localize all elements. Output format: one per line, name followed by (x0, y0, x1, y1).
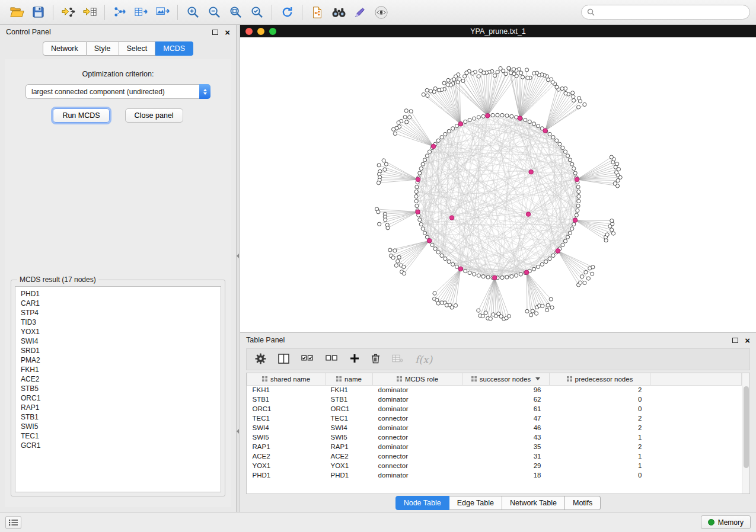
network-canvas[interactable] (240, 37, 756, 332)
table-row[interactable]: PHD1PHD1dominator180 (247, 470, 742, 480)
tab-select[interactable]: Select (119, 41, 156, 56)
run-mcds-button[interactable]: Run MCDS (53, 108, 109, 123)
delete-columns-button[interactable] (371, 353, 380, 366)
mcds-result-item[interactable]: TID3 (21, 318, 221, 327)
mcds-result-item[interactable]: PHD1 (21, 289, 221, 299)
column-header-successor-nodes[interactable]: successor nodes (462, 373, 550, 385)
mcds-result-item[interactable]: TEC1 (21, 431, 221, 441)
mcds-result-item[interactable]: GCR1 (21, 441, 221, 450)
zoom-out-button[interactable] (203, 2, 225, 23)
export-table-button[interactable] (130, 2, 152, 23)
mcds-result-item[interactable]: ACE2 (21, 374, 221, 384)
eye-button[interactable] (371, 2, 392, 23)
export-image-button[interactable] (152, 2, 173, 23)
search-input[interactable] (598, 8, 744, 17)
tab-network[interactable]: Network (43, 41, 87, 56)
tab-style[interactable]: Style (87, 41, 119, 56)
table-scrollbar[interactable] (742, 373, 749, 493)
mcds-result-item[interactable]: ORC1 (21, 393, 221, 403)
zoom-fit-button[interactable] (225, 2, 246, 23)
table-row[interactable]: SWI5SWI5connector431 (247, 432, 742, 442)
table-cell: YOX1 (326, 461, 373, 470)
toggle-columns-button[interactable] (278, 354, 289, 366)
table-row[interactable]: STB1STB1dominator620 (247, 395, 742, 404)
table-cell-filler (650, 432, 742, 442)
function-builder-button[interactable]: f(x) (415, 354, 432, 366)
table-row[interactable]: TEC1TEC1connector472 (247, 414, 742, 423)
zoom-in-button[interactable] (182, 2, 203, 23)
open-file-button[interactable] (6, 2, 27, 23)
search-box[interactable] (581, 5, 750, 20)
panel-menu-button[interactable] (5, 516, 21, 529)
table-row[interactable]: RAP1RAP1dominator352 (247, 442, 742, 451)
table-cell: SWI4 (247, 423, 326, 432)
table-panel: Table Panel × f(x) shared namenameMCDS r… (240, 332, 756, 512)
table-row[interactable]: FKH1FKH1dominator962 (247, 385, 742, 395)
window-minimize-button[interactable] (257, 28, 264, 35)
table-mode-button[interactable] (255, 353, 266, 366)
mcds-result-item[interactable]: CAR1 (21, 299, 221, 308)
table-row[interactable]: ACE2ACE2connector311 (247, 451, 742, 461)
memory-button[interactable]: Memory (701, 515, 751, 529)
column-header-MCDS-role[interactable]: MCDS role (373, 373, 462, 385)
mcds-result-item[interactable]: PMA2 (21, 355, 221, 365)
mcds-result-item[interactable]: SWI4 (21, 336, 221, 346)
refresh-icon (280, 5, 294, 19)
function-builder-icon: f(x) (415, 354, 432, 366)
float-table-panel-icon[interactable] (732, 338, 738, 343)
save-icon (32, 6, 44, 18)
tab-motifs[interactable]: Motifs (565, 496, 601, 510)
column-header-predecessor-nodes[interactable]: predecessor nodes (550, 373, 650, 385)
create-column-button[interactable] (350, 354, 359, 365)
window-maximize-button[interactable] (269, 28, 276, 35)
network-graph[interactable] (240, 37, 756, 332)
deselect-all-button[interactable] (326, 354, 338, 365)
find-button[interactable] (328, 2, 349, 23)
table-cell: 43 (462, 432, 550, 442)
window-close-button[interactable] (245, 28, 253, 35)
mcds-result-item[interactable]: RAP1 (21, 403, 221, 412)
close-panel-button[interactable]: Close panel (125, 108, 183, 123)
table-cell: 1 (550, 451, 650, 461)
style-brush-button[interactable] (349, 2, 371, 23)
save-button[interactable] (27, 2, 49, 23)
toolbar-separator (177, 5, 178, 20)
table-scrollbar-thumb[interactable] (744, 386, 749, 468)
collapse-left-icon[interactable] (237, 254, 239, 258)
close-panel-icon[interactable]: × (225, 28, 230, 37)
refresh-button[interactable] (276, 2, 298, 23)
collapse-left-icon[interactable] (237, 429, 239, 434)
float-panel-icon[interactable] (212, 30, 218, 35)
table-cell: FKH1 (326, 385, 373, 395)
zoom-selected-button[interactable] (246, 2, 267, 23)
close-table-panel-icon[interactable]: × (745, 336, 750, 345)
column-header-name[interactable]: name (326, 373, 373, 385)
delete-table-button[interactable] (392, 354, 403, 364)
chevron-down-icon[interactable] (535, 377, 540, 380)
column-grid-icon (471, 376, 477, 382)
mcds-result-item[interactable]: YOX1 (21, 327, 221, 336)
tab-network-table[interactable]: Network Table (502, 496, 565, 510)
mcds-result-item[interactable]: STP4 (21, 308, 221, 318)
mcds-result-item[interactable]: FKH1 (21, 365, 221, 374)
table-cell: 0 (550, 470, 650, 480)
select-all-button[interactable] (301, 354, 314, 365)
mcds-result-item[interactable]: STB5 (21, 384, 221, 393)
mcds-result-item[interactable]: SRD1 (21, 346, 221, 355)
column-header-shared-name[interactable]: shared name (247, 373, 326, 385)
import-table-button[interactable] (79, 2, 100, 23)
table-row[interactable]: ORC1ORC1dominator610 (247, 404, 742, 414)
table-cell: ORC1 (326, 404, 373, 414)
import-network-button[interactable] (58, 2, 79, 23)
table-row[interactable]: SWI4SWI4dominator462 (247, 423, 742, 432)
criterion-select[interactable]: largest connected component (undirected) (25, 84, 210, 99)
mcds-result-item[interactable]: SWI5 (21, 422, 221, 431)
tab-node-table[interactable]: Node Table (395, 496, 449, 510)
table-row[interactable]: YOX1YOX1connector291 (247, 461, 742, 470)
tab-mcds[interactable]: MCDS (155, 41, 193, 56)
export-network-button[interactable] (109, 2, 130, 23)
export-document-button[interactable] (307, 2, 328, 23)
vertical-splitter[interactable] (236, 25, 240, 512)
mcds-result-item[interactable]: STB1 (21, 412, 221, 422)
tab-edge-table[interactable]: Edge Table (449, 496, 502, 510)
